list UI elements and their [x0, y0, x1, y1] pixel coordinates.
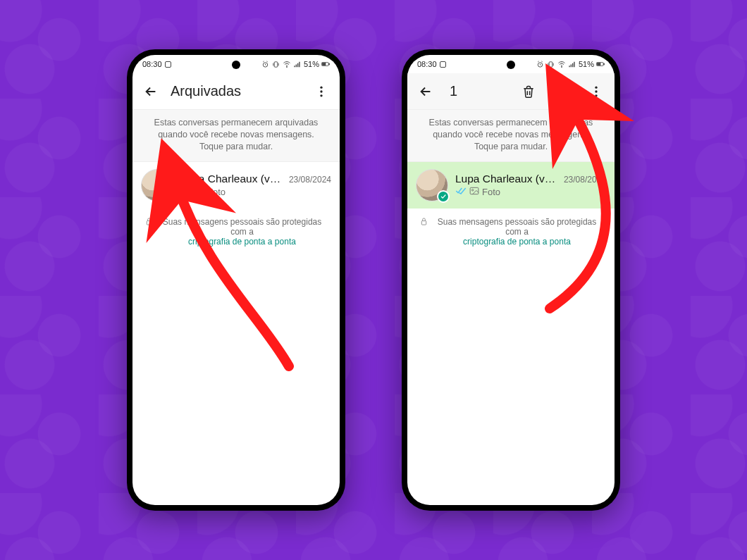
statusbar-time: 08:30 [417, 60, 437, 68]
statusbar-left: 08:30 [142, 60, 171, 68]
chat-subtitle: Foto [180, 187, 331, 197]
signal-icon [568, 60, 576, 68]
chat-name: Lupa Charleaux (você) [455, 173, 560, 185]
selection-count: 1 [445, 83, 509, 99]
selected-check-badge [437, 190, 450, 203]
photo-icon [195, 187, 204, 197]
svg-rect-16 [604, 63, 605, 65]
svg-rect-5 [323, 63, 326, 66]
battery-icon [321, 60, 330, 68]
avatar [141, 169, 173, 201]
chat-date: 23/08/2024 [564, 175, 606, 185]
svg-rect-11 [147, 220, 151, 225]
svg-point-19 [595, 86, 597, 88]
svg-point-8 [320, 94, 322, 97]
svg-rect-13 [550, 61, 553, 66]
svg-point-23 [472, 189, 474, 191]
signal-icon [293, 60, 302, 68]
svg-rect-17 [598, 63, 601, 66]
back-button[interactable] [412, 77, 440, 106]
stage: 08:30 51% [0, 0, 747, 560]
encryption-notice[interactable]: Suas mensagens pessoais são protegidas c… [132, 209, 340, 255]
vibrate-icon [272, 60, 280, 68]
more-vertical-icon [314, 85, 328, 99]
svg-rect-4 [329, 63, 330, 65]
wifi-icon [283, 60, 291, 68]
alarm-icon [261, 60, 270, 68]
read-ticks-icon [455, 187, 467, 197]
encryption-line1: Suas mensagens pessoais são protegidas c… [163, 217, 321, 237]
svg-point-6 [320, 86, 322, 88]
archive-info-banner[interactable]: Estas conversas permanecem arquivadas qu… [407, 110, 615, 162]
camera-notch [507, 61, 515, 69]
svg-rect-24 [421, 220, 426, 225]
statusbar-time: 08:30 [142, 60, 162, 68]
chat-row-main: Lupa Charleaux (você) 23/08/2024 Foto [455, 173, 606, 197]
arrow-left-icon [143, 84, 159, 99]
statusbar-left: 08:30 [417, 60, 446, 68]
chat-subtitle-label: Foto [482, 187, 500, 197]
read-ticks-icon [180, 187, 192, 197]
svg-point-21 [595, 94, 597, 97]
unarchive-button[interactable] [548, 77, 576, 106]
encryption-text: Suas mensagens pessoais são protegidas c… [432, 217, 602, 247]
phone-right: 08:30 51% [402, 49, 620, 511]
chat-date: 23/08/2024 [289, 175, 331, 185]
chat-avatar-wrap [141, 169, 173, 201]
battery-text: 51% [579, 60, 594, 68]
statusbar-right: 51% [536, 60, 605, 68]
more-vertical-icon [589, 85, 603, 99]
chat-subtitle-label: Foto [207, 187, 226, 197]
statusbar-app-icon [440, 61, 446, 68]
chat-row-main: Lupa Charleaux (você) 23/08/2024 Foto [180, 173, 331, 197]
phone-left: 08:30 51% [127, 49, 345, 511]
arrow-left-icon [418, 84, 433, 99]
svg-point-2 [286, 67, 287, 68]
archive-info-banner[interactable]: Estas conversas permanecem arquivadas qu… [132, 110, 340, 162]
delete-button[interactable] [514, 77, 543, 106]
unarchive-icon [555, 85, 569, 99]
phone-left-screen: 08:30 51% [132, 55, 340, 505]
svg-rect-18 [557, 87, 568, 89]
encryption-line1: Suas mensagens pessoais são protegidas c… [438, 217, 596, 237]
appbar-title: Arquivadas [171, 83, 302, 99]
appbar-selection: 1 [407, 73, 615, 110]
lock-icon [420, 217, 428, 228]
svg-point-7 [320, 90, 322, 92]
svg-point-14 [561, 67, 562, 68]
encryption-text: Suas mensagens pessoais são protegidas c… [157, 217, 327, 247]
vibrate-icon [547, 60, 555, 68]
camera-notch [232, 61, 240, 69]
more-menu-button[interactable] [307, 77, 335, 106]
encryption-line2: criptografia de ponta a ponta [188, 237, 296, 247]
svg-point-20 [595, 90, 597, 92]
appbar: Arquivadas [132, 73, 340, 110]
wifi-icon [557, 60, 566, 68]
photo-icon [469, 187, 479, 197]
svg-rect-1 [275, 61, 278, 66]
chat-name: Lupa Charleaux (você) [180, 173, 285, 185]
chat-row[interactable]: Lupa Charleaux (você) 23/08/2024 Foto [132, 162, 340, 209]
encryption-line2: criptografia de ponta a ponta [463, 237, 571, 247]
check-icon [440, 193, 447, 200]
chat-avatar-wrap [416, 169, 448, 201]
lock-icon [145, 217, 153, 228]
statusbar-app-icon [165, 61, 171, 68]
encryption-notice[interactable]: Suas mensagens pessoais são protegidas c… [407, 209, 615, 255]
trash-icon [521, 85, 536, 99]
statusbar-right: 51% [261, 60, 330, 68]
phone-right-screen: 08:30 51% [407, 55, 615, 505]
more-menu-button[interactable] [582, 77, 610, 106]
back-button[interactable] [137, 77, 165, 106]
battery-text: 51% [304, 60, 319, 68]
alarm-icon [536, 60, 545, 68]
battery-icon [596, 60, 605, 68]
chat-row-selected[interactable]: Lupa Charleaux (você) 23/08/2024 Foto [407, 162, 615, 209]
svg-point-10 [197, 189, 199, 191]
chat-subtitle: Foto [455, 187, 606, 197]
